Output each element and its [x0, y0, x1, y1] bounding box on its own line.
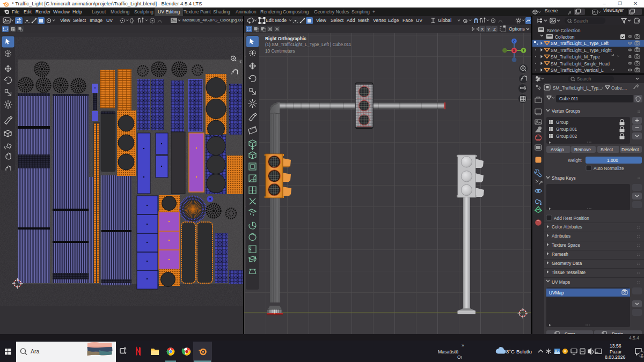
- svg-text:Select: Select: [601, 147, 613, 152]
- svg-text:Tissue Tessellate: Tissue Tessellate: [552, 270, 586, 275]
- svg-text:Remesh: Remesh: [552, 252, 568, 257]
- svg-text:Weight: Weight: [568, 158, 582, 163]
- svg-text:Add Rest Position: Add Rest Position: [554, 216, 589, 221]
- svg-text:SM_TrafficLight_Vertical_L: SM_TrafficLight_Vertical_L: [551, 68, 604, 73]
- svg-text:Bulutlu: Bulutlu: [516, 349, 532, 354]
- svg-text:X: X: [513, 49, 516, 53]
- svg-text:Ara: Ara: [31, 348, 40, 354]
- svg-text:SM_TrafficLight_L_Type_Right: SM_TrafficLight_L_Type_Right: [551, 48, 612, 53]
- svg-text:Shape Keys: Shape Keys: [552, 175, 576, 181]
- svg-text:Auto Normalize: Auto Normalize: [594, 166, 624, 171]
- svg-text:Cube.011: Cube.011: [559, 96, 579, 101]
- svg-text:»: »: [462, 343, 464, 348]
- svg-text:Deselect: Deselect: [621, 147, 639, 152]
- svg-text:2: 2: [641, 353, 643, 358]
- svg-text:Scene Collection: Scene Collection: [547, 28, 581, 33]
- svg-text:UV Maps: UV Maps: [552, 279, 570, 285]
- svg-text:13:56: 13:56: [610, 343, 621, 349]
- svg-text:Geometry Data: Geometry Data: [552, 261, 582, 266]
- svg-text:Oı: Oı: [457, 354, 462, 360]
- svg-text:Assign: Assign: [551, 147, 564, 152]
- svg-text:1.000: 1.000: [607, 158, 618, 163]
- svg-text:Z: Z: [513, 39, 515, 43]
- svg-text:›: ›: [602, 85, 603, 91]
- svg-text:Vertex Groups: Vertex Groups: [552, 108, 580, 114]
- svg-text:Y: Y: [487, 27, 491, 32]
- svg-text:Group.002: Group.002: [556, 134, 577, 139]
- svg-text:Texture Space: Texture Space: [552, 242, 580, 248]
- svg-text:Remove: Remove: [574, 147, 591, 152]
- svg-text:Z: Z: [493, 27, 496, 32]
- svg-text:Search: Search: [577, 76, 591, 82]
- svg-text:SM_TrafficLight_L_Typ...: SM_TrafficLight_L_Typ...: [553, 85, 602, 91]
- svg-text:Color Attributes: Color Attributes: [552, 224, 582, 230]
- svg-text:UVMap: UVMap: [549, 290, 564, 295]
- svg-text:Search: Search: [574, 18, 588, 24]
- svg-text:Attributes: Attributes: [552, 233, 570, 239]
- svg-text:X: X: [481, 27, 484, 32]
- svg-text:Y: Y: [522, 48, 525, 52]
- svg-text:Cube....: Cube....: [611, 85, 627, 91]
- svg-text:Collection: Collection: [555, 34, 575, 40]
- svg-text:8.03.2026: 8.03.2026: [605, 354, 625, 360]
- svg-text:SM_TrafficLight_M_Type: SM_TrafficLight_M_Type: [551, 54, 600, 60]
- svg-text:Group.001: Group.001: [556, 127, 577, 132]
- svg-text:Masaüstü: Masaüstü: [438, 349, 458, 354]
- svg-text:Pazar: Pazar: [610, 349, 622, 354]
- svg-text:Group: Group: [556, 120, 568, 125]
- svg-text:SM_TrafficLight_L_Type_Left: SM_TrafficLight_L_Type_Left: [551, 41, 609, 46]
- svg-text:8°C: 8°C: [506, 349, 515, 354]
- svg-text:SM_TrafficLight_Single_Head: SM_TrafficLight_Single_Head: [551, 61, 610, 67]
